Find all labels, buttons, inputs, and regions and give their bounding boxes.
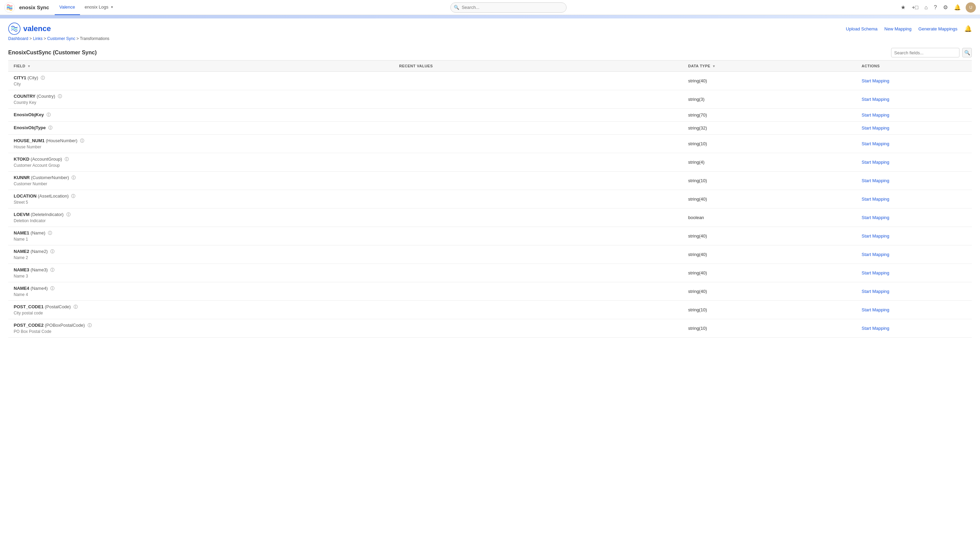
start-mapping-button[interactable]: Start Mapping xyxy=(862,215,889,220)
info-icon[interactable]: ⓘ xyxy=(48,125,52,130)
add-icon[interactable]: +□ xyxy=(910,3,920,12)
table-row: CITY1 (City) ⓘ City string(40) Start Map… xyxy=(8,72,972,90)
start-mapping-button[interactable]: Start Mapping xyxy=(862,233,889,238)
field-description: Customer Number xyxy=(14,181,388,186)
recent-values-cell xyxy=(394,72,682,90)
info-icon[interactable]: ⓘ xyxy=(48,231,52,235)
breadcrumb-dashboard[interactable]: Dashboard xyxy=(8,36,29,41)
data-type-cell: string(10) xyxy=(683,135,856,153)
field-cell: NAME2 (Name2) ⓘ Name 2 xyxy=(8,245,394,264)
table-row: NAME4 (Name4) ⓘ Name 4 string(40) Start … xyxy=(8,282,972,301)
recent-values-cell xyxy=(394,90,682,109)
breadcrumb-customer-sync[interactable]: Customer Sync xyxy=(47,36,75,41)
notification-bell-icon[interactable]: 🔔 xyxy=(964,25,972,32)
start-mapping-button[interactable]: Start Mapping xyxy=(862,307,889,312)
field-cell: KTOKD (AccountGroup) ⓘ Customer Account … xyxy=(8,153,394,172)
sort-arrow-field[interactable]: ▾ xyxy=(28,64,30,68)
field-cell: EnosixObjKey ⓘ xyxy=(8,109,394,122)
data-type-cell: string(40) xyxy=(683,245,856,264)
gear-icon[interactable]: ⚙ xyxy=(942,3,949,12)
field-cell: NAME1 (Name) ⓘ Name 1 xyxy=(8,227,394,245)
breadcrumb-links[interactable]: Links xyxy=(33,36,42,41)
field-cell: POST_CODE2 (POBoxPostalCode) ⓘ PO Box Po… xyxy=(8,319,394,338)
start-mapping-button[interactable]: Start Mapping xyxy=(862,197,889,202)
recent-values-cell xyxy=(394,153,682,172)
info-icon[interactable]: ⓘ xyxy=(50,286,54,291)
app-logo xyxy=(4,2,15,13)
recent-values-cell xyxy=(394,190,682,208)
start-mapping-button[interactable]: Start Mapping xyxy=(862,178,889,183)
start-mapping-button[interactable]: Start Mapping xyxy=(862,289,889,294)
table-row: NAME2 (Name2) ⓘ Name 2 string(40) Start … xyxy=(8,245,972,264)
info-icon[interactable]: ⓘ xyxy=(50,268,54,272)
valence-logo-icon xyxy=(8,22,21,35)
table-header-row: FIELD ▾ RECENT VALUES DATA TYPE ▾ ACTION… xyxy=(8,60,972,72)
recent-values-cell xyxy=(394,301,682,319)
tab-enosix-logs[interactable]: enosix Logs ▾ xyxy=(80,0,118,15)
avatar[interactable]: U xyxy=(966,2,976,13)
field-cell: LOEVM (DeleteIndicator) ⓘ Deletion Indic… xyxy=(8,208,394,227)
field-description: Country Key xyxy=(14,100,388,105)
new-mapping-link[interactable]: New Mapping xyxy=(884,26,912,32)
start-mapping-button[interactable]: Start Mapping xyxy=(862,113,889,118)
fields-table: FIELD ▾ RECENT VALUES DATA TYPE ▾ ACTION… xyxy=(8,60,972,338)
actions-cell: Start Mapping xyxy=(856,122,972,135)
upload-schema-link[interactable]: Upload Schema xyxy=(846,26,878,32)
info-icon[interactable]: ⓘ xyxy=(46,113,51,117)
svg-point-0 xyxy=(5,2,15,13)
field-name: EnosixObjKey ⓘ xyxy=(14,112,51,117)
field-cell: NAME3 (Name3) ⓘ Name 3 xyxy=(8,264,394,282)
info-icon[interactable]: ⓘ xyxy=(80,138,84,143)
generate-mappings-link[interactable]: Generate Mappings xyxy=(918,26,958,32)
info-icon[interactable]: ⓘ xyxy=(41,76,45,80)
info-icon[interactable]: ⓘ xyxy=(65,157,69,162)
home-icon[interactable]: ⌂ xyxy=(923,3,929,12)
actions-cell: Start Mapping xyxy=(856,319,972,338)
actions-cell: Start Mapping xyxy=(856,72,972,90)
top-search-input[interactable] xyxy=(450,2,566,13)
recent-values-cell xyxy=(394,172,682,190)
info-icon[interactable]: ⓘ xyxy=(66,212,70,217)
bell-icon[interactable]: 🔔 xyxy=(953,3,962,12)
data-type-cell: string(10) xyxy=(683,172,856,190)
top-search-bar: 🔍 xyxy=(122,2,895,13)
field-name: EnosixObjType ⓘ xyxy=(14,125,52,130)
field-cell: POST_CODE1 (PostalCode) ⓘ City postal co… xyxy=(8,301,394,319)
nav-tabs: Valence enosix Logs ▾ xyxy=(55,0,118,15)
search-fields-button[interactable]: 🔍 xyxy=(962,48,972,57)
info-icon[interactable]: ⓘ xyxy=(73,305,78,309)
search-fields-input[interactable] xyxy=(891,48,959,57)
col-header-datatype: DATA TYPE ▾ xyxy=(683,60,856,72)
start-mapping-button[interactable]: Start Mapping xyxy=(862,97,889,102)
table-row: LOEVM (DeleteIndicator) ⓘ Deletion Indic… xyxy=(8,208,972,227)
info-icon[interactable]: ⓘ xyxy=(71,194,75,199)
info-icon[interactable]: ⓘ xyxy=(50,249,54,254)
start-mapping-button[interactable]: Start Mapping xyxy=(862,270,889,275)
data-type-cell: string(40) xyxy=(683,264,856,282)
start-mapping-button[interactable]: Start Mapping xyxy=(862,141,889,146)
star-icon[interactable]: ★ xyxy=(899,3,907,12)
info-icon[interactable]: ⓘ xyxy=(88,323,92,328)
start-mapping-button[interactable]: Start Mapping xyxy=(862,125,889,130)
table-row: KTOKD (AccountGroup) ⓘ Customer Account … xyxy=(8,153,972,172)
data-type-cell: string(70) xyxy=(683,109,856,122)
start-mapping-button[interactable]: Start Mapping xyxy=(862,160,889,165)
table-row: LOCATION (AssetLocation) ⓘ Street 5 stri… xyxy=(8,190,972,208)
page-title: EnosixCustSync (Customer Sync) xyxy=(8,49,97,56)
sort-arrow-datatype[interactable]: ▾ xyxy=(713,64,715,68)
start-mapping-button[interactable]: Start Mapping xyxy=(862,78,889,83)
page-title-row: EnosixCustSync (Customer Sync) 🔍 xyxy=(8,44,972,60)
field-name: NAME2 (Name2) ⓘ xyxy=(14,249,54,254)
tab-valence[interactable]: Valence xyxy=(55,0,80,15)
col-header-actions: ACTIONS xyxy=(856,60,972,72)
info-icon[interactable]: ⓘ xyxy=(72,175,76,180)
info-icon[interactable]: ⓘ xyxy=(58,94,62,99)
recent-values-cell xyxy=(394,208,682,227)
help-icon[interactable]: ? xyxy=(932,3,938,12)
start-mapping-button[interactable]: Start Mapping xyxy=(862,252,889,257)
field-name: CITY1 (City) ⓘ xyxy=(14,75,45,80)
start-mapping-button[interactable]: Start Mapping xyxy=(862,326,889,331)
valence-header: valence Upload Schema New Mapping Genera… xyxy=(0,19,980,35)
field-name: NAME4 (Name4) ⓘ xyxy=(14,286,54,291)
search-icon: 🔍 xyxy=(454,5,459,10)
